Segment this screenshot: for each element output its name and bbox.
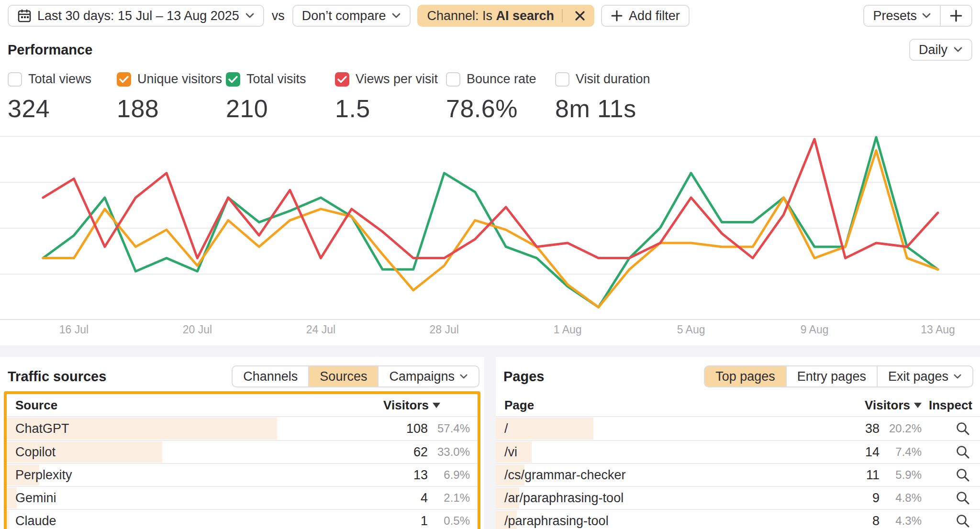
checkbox-unchecked[interactable]: [8, 72, 22, 87]
table-row[interactable]: /vi147.4%: [496, 440, 980, 463]
magnifier-icon: [955, 421, 970, 436]
table-row[interactable]: Claude10.5%: [7, 509, 478, 529]
x-tick-label: 20 Jul: [164, 323, 231, 336]
chevron-down-icon: [922, 12, 931, 19]
new-preset-button[interactable]: [940, 6, 971, 26]
table-row[interactable]: Copilot6233.0%: [7, 440, 478, 463]
checkbox-checked[interactable]: [117, 72, 131, 87]
traffic-sources-panel: Traffic sources Channels Sources Campaig…: [0, 357, 484, 529]
metric-label: Total visits: [246, 72, 306, 87]
tab-sources[interactable]: Sources: [308, 366, 378, 386]
row-name: /vi: [504, 445, 841, 460]
table-row[interactable]: /cs/grammar-checker115.9%: [496, 463, 980, 486]
row-percent: 4.8%: [880, 491, 922, 505]
row-name: Perplexity: [15, 468, 390, 483]
row-name: /: [504, 421, 841, 436]
metric-toggle-visit-duration[interactable]: Visit duration8m 11s: [555, 72, 663, 123]
table-row[interactable]: /3820.2%: [496, 417, 980, 440]
metric-value: 324: [8, 94, 116, 123]
traffic-sources-rows: ChatGPT10857.4%Copilot6233.0%Perplexity1…: [7, 417, 478, 529]
tab-entry-pages[interactable]: Entry pages: [786, 366, 877, 386]
x-tick-label: 1 Aug: [534, 323, 601, 336]
plus-icon: [611, 10, 623, 22]
presets-label: Presets: [873, 9, 917, 23]
metric-value: 188: [117, 94, 225, 123]
inspect-button[interactable]: [953, 442, 972, 462]
row-percent: 33.0%: [428, 445, 470, 459]
checkbox-checked[interactable]: [226, 72, 240, 87]
row-percent: 7.4%: [880, 445, 922, 459]
row-visitors: 108: [390, 421, 428, 436]
inspect-button[interactable]: [953, 465, 972, 485]
row-name: Gemini: [15, 491, 390, 506]
channel-filter-chip[interactable]: Channel: Is AI search: [417, 5, 594, 27]
table-row[interactable]: /paraphrasing-tool84.3%: [496, 509, 980, 529]
presets-split-button: Presets: [863, 5, 972, 27]
compare-button[interactable]: Don’t compare: [292, 5, 411, 27]
add-filter-button[interactable]: Add filter: [601, 5, 690, 27]
remove-filter-button[interactable]: [570, 6, 590, 25]
column-page: Page: [504, 398, 534, 413]
checkbox-checked[interactable]: [335, 72, 349, 87]
chevron-down-icon: [459, 374, 468, 380]
metrics-row: Total views324Unique visitors188Total vi…: [0, 72, 980, 120]
presets-button[interactable]: Presets: [864, 6, 940, 26]
series-views-per-visit: [43, 139, 938, 258]
metric-toggle-views-per-visit[interactable]: Views per visit1.5: [335, 72, 443, 123]
magnifier-icon: [955, 467, 970, 483]
close-icon: [574, 10, 586, 22]
table-row[interactable]: ChatGPT10857.4%: [7, 417, 478, 440]
table-row[interactable]: /ar/paraphrasing-tool94.8%: [496, 486, 980, 509]
row-percent: 57.4%: [428, 422, 470, 435]
metric-toggle-total-views[interactable]: Total views324: [8, 72, 116, 123]
inspect-button[interactable]: [953, 419, 972, 438]
inspect-button[interactable]: [953, 488, 972, 507]
checkbox-unchecked[interactable]: [555, 72, 569, 87]
check-icon: [228, 76, 238, 83]
column-source: Source: [15, 398, 57, 413]
date-range-button[interactable]: Last 30 days: 15 Jul – 13 Aug 2025: [8, 5, 264, 27]
table-row[interactable]: Perplexity136.9%: [7, 463, 478, 486]
column-visitors-sort[interactable]: Visitors: [534, 398, 922, 413]
metric-toggle-bounce-rate[interactable]: Bounce rate78.6%: [446, 72, 554, 123]
chevron-down-icon: [953, 374, 962, 380]
traffic-sources-tabs: Channels Sources Campaigns: [232, 365, 479, 387]
column-inspect: Inspect: [922, 398, 972, 413]
check-icon: [337, 76, 347, 83]
line-chart: [0, 123, 980, 320]
inspect-button[interactable]: [953, 511, 972, 529]
row-share-bar: [7, 510, 9, 529]
x-tick-label: 28 Jul: [411, 323, 478, 336]
magnifier-icon: [955, 490, 970, 506]
metric-value: 1.5: [335, 94, 443, 123]
checkbox-unchecked[interactable]: [446, 72, 460, 87]
row-visitors: 8: [841, 514, 880, 529]
row-name: /paraphrasing-tool: [504, 514, 841, 529]
tab-campaigns[interactable]: Campaigns: [378, 366, 479, 386]
table-row[interactable]: Gemini42.1%: [7, 486, 478, 509]
pages-title: Pages: [503, 369, 544, 385]
performance-chart: [0, 123, 980, 320]
interval-button[interactable]: Daily: [909, 39, 972, 61]
row-visitors: 4: [390, 491, 428, 506]
row-percent: 5.9%: [880, 468, 922, 482]
calendar-icon: [17, 9, 32, 23]
magnifier-icon: [955, 444, 970, 460]
pages-tabs: Top pages Entry pages Exit pages: [704, 365, 973, 387]
tab-channels[interactable]: Channels: [233, 366, 308, 386]
row-percent: 2.1%: [428, 491, 470, 505]
metric-toggle-total-visits[interactable]: Total visits210: [226, 72, 334, 123]
traffic-sources-table-header: Source Visitors: [7, 394, 478, 417]
x-tick-label: 5 Aug: [657, 323, 724, 336]
tab-top-pages[interactable]: Top pages: [705, 366, 786, 386]
page-title: Performance: [8, 42, 92, 58]
x-tick-label: 16 Jul: [40, 323, 107, 336]
metric-toggle-unique-visitors[interactable]: Unique visitors188: [117, 72, 225, 123]
row-name: Copilot: [15, 445, 390, 460]
row-visitors: 9: [841, 491, 880, 506]
row-visitors: 14: [841, 445, 880, 460]
tab-exit-pages[interactable]: Exit pages: [877, 366, 972, 386]
sort-desc-icon: [914, 403, 922, 408]
metric-label: Total views: [28, 72, 91, 87]
column-visitors-sort[interactable]: Visitors: [57, 398, 440, 413]
